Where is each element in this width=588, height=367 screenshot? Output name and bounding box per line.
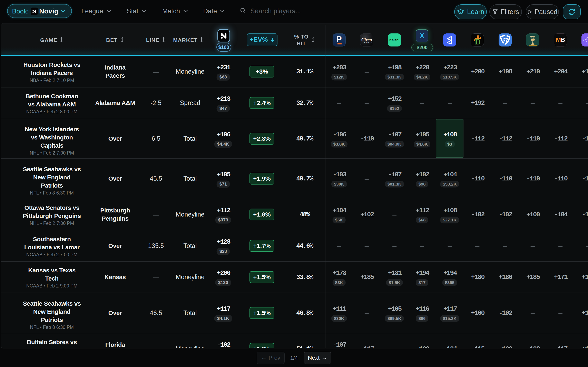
svg-text:D: D [475, 37, 481, 46]
svg-text:Har: Har [583, 38, 588, 42]
